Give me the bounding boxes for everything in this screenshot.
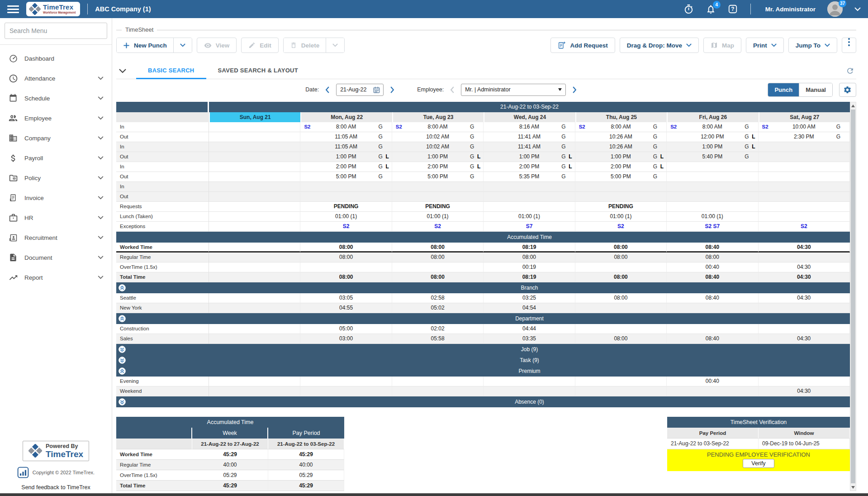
collapse-icon[interactable] — [119, 315, 126, 322]
timesheet-cell[interactable] — [209, 182, 300, 192]
timesheet-cell[interactable] — [209, 253, 300, 262]
timesheet-cell[interactable] — [209, 152, 300, 162]
timesheet-cell[interactable]: 08:00 — [392, 272, 484, 282]
timesheet-cell[interactable] — [759, 253, 850, 262]
notifications-button[interactable]: 4 — [706, 4, 716, 14]
timesheet-cell[interactable]: 08:19 — [484, 272, 575, 282]
timesheet-cell[interactable] — [575, 386, 667, 396]
timesheet-cell[interactable]: 5:00 PMG — [392, 172, 484, 182]
prev-date-button[interactable] — [323, 86, 332, 94]
timesheet-cell[interactable] — [209, 272, 300, 282]
exception-link[interactable]: S7 — [484, 222, 574, 231]
timesheet-cell[interactable] — [575, 192, 667, 202]
timesheet-cell[interactable] — [575, 303, 667, 313]
timesheet-cell[interactable]: S2 — [392, 222, 484, 232]
sidebar-item-recruitment[interactable]: Recruitment — [0, 228, 112, 248]
timesheet-cell[interactable]: 08:40 — [667, 334, 758, 344]
timesheet-cell[interactable]: 1:00 PMGL — [575, 152, 667, 162]
timesheet-cell[interactable] — [209, 293, 300, 303]
sidebar-item-company[interactable]: Company — [0, 128, 112, 148]
timesheet-cell[interactable] — [209, 377, 300, 386]
drag-drop-mode-button[interactable]: Drag & Drop: Move — [620, 38, 699, 53]
sidebar-item-report[interactable]: Report — [0, 267, 112, 287]
timesheet-cell[interactable] — [667, 162, 758, 172]
timesheet-cell[interactable]: S2 — [300, 222, 392, 232]
timesheet-cell[interactable] — [575, 324, 667, 334]
timesheet-cell[interactable]: 08:40 — [667, 293, 758, 303]
timesheet-cell[interactable] — [209, 142, 300, 152]
timesheet-cell[interactable] — [484, 386, 575, 396]
print-button[interactable]: Print — [746, 38, 784, 53]
timesheet-cell[interactable]: 05:02 — [392, 303, 484, 313]
timesheet-cell[interactable]: 04:30 — [759, 262, 850, 272]
timesheet-cell[interactable]: 08:00 — [575, 293, 667, 303]
next-employee-button[interactable] — [570, 86, 579, 94]
day-header[interactable]: Tue, Aug 23 — [392, 112, 484, 122]
exception-link[interactable]: S2 S7 — [667, 222, 758, 231]
exception-link[interactable]: S2 — [762, 122, 768, 132]
timesheet-cell[interactable] — [392, 182, 484, 192]
timesheet-cell[interactable]: 04:44 — [484, 324, 575, 334]
tab-saved-search-layout[interactable]: SAVED SEARCH & LAYOUT — [206, 63, 310, 79]
timesheet-cell[interactable]: 01:00 (1) — [667, 212, 758, 222]
timesheet-cell[interactable] — [209, 192, 300, 202]
timesheet-cell[interactable]: 02:02 — [392, 324, 484, 334]
timesheet-cell[interactable]: S2 S7 — [667, 222, 758, 232]
timesheet-cell[interactable]: 08:40 — [667, 272, 758, 282]
timesheet-cell[interactable] — [759, 172, 850, 182]
timesheet-cell[interactable]: 08:19 — [484, 243, 575, 253]
expand-icon[interactable] — [119, 346, 126, 353]
timesheet-cell[interactable]: PENDING — [392, 202, 484, 212]
timesheet-cell[interactable]: S28:00 AMG — [575, 122, 667, 132]
timesheet-cell[interactable]: 08:00 — [575, 334, 667, 344]
timesheet-cell[interactable]: 08:00 — [300, 272, 392, 282]
scrollbar-thumb[interactable] — [851, 110, 855, 483]
sidebar-item-document[interactable]: Document — [0, 248, 112, 267]
timesheet-cell[interactable]: 00:40 — [667, 262, 758, 272]
timesheet-cell[interactable]: S2 — [575, 222, 667, 232]
timesheet-cell[interactable] — [300, 262, 392, 272]
timesheet-cell[interactable] — [300, 182, 392, 192]
timesheet-cell[interactable] — [300, 386, 392, 396]
timesheet-cell[interactable]: 11:41 AMG — [484, 132, 575, 142]
sidebar-item-dashboard[interactable]: Dashboard — [0, 48, 112, 68]
timesheet-cell[interactable] — [209, 202, 300, 212]
day-header[interactable]: Fri, Aug 26 — [667, 112, 758, 122]
timesheet-cell[interactable] — [759, 152, 850, 162]
timesheet-cell[interactable] — [759, 182, 850, 192]
scroll-up-icon[interactable] — [850, 102, 856, 109]
day-header[interactable]: Wed, Aug 24 — [484, 112, 575, 122]
timetrex-logo[interactable]: TimeTrex Workforce Management — [26, 2, 80, 16]
timesheet-cell[interactable] — [575, 377, 667, 386]
timesheet-cell[interactable]: S28:00 AMG — [392, 122, 484, 132]
timesheet-cell[interactable]: 1:00 PMGL — [392, 152, 484, 162]
timesheet-cell[interactable]: 5:00 PMG — [575, 172, 667, 182]
timesheet-cell[interactable]: PENDING — [300, 202, 392, 212]
view-button[interactable]: View — [197, 38, 237, 53]
date-input[interactable] — [340, 86, 370, 93]
refresh-icon[interactable] — [846, 67, 854, 75]
timesheet-cell[interactable]: 04:30 — [759, 334, 850, 344]
timesheet-cell[interactable]: 2:00 PMGL — [484, 162, 575, 172]
exception-link[interactable]: S2 — [670, 122, 677, 132]
timesheet-cell[interactable] — [484, 192, 575, 202]
timesheet-cell[interactable]: 08:00 — [575, 272, 667, 282]
day-header[interactable]: Sat, Aug 27 — [759, 112, 850, 122]
timesheet-cell[interactable] — [667, 182, 758, 192]
timesheet-cell[interactable] — [759, 142, 850, 152]
timesheet-cell[interactable]: 10:02 AMG — [392, 132, 484, 142]
timesheet-cell[interactable]: S28:00 AMG — [667, 122, 758, 132]
tab-basic-search[interactable]: BASIC SEARCH — [136, 63, 206, 79]
timesheet-cell[interactable]: 01:00 (1) — [484, 212, 575, 222]
timeclock-button[interactable] — [683, 4, 694, 14]
timesheet-cell[interactable] — [759, 324, 850, 334]
exception-link[interactable]: S2 — [579, 122, 585, 132]
exception-link[interactable]: S2 — [575, 222, 666, 231]
collapse-icon[interactable] — [119, 284, 126, 291]
hamburger-menu-icon[interactable] — [7, 4, 19, 15]
timesheet-cell[interactable] — [667, 324, 758, 334]
day-header[interactable]: Sun, Aug 21 — [209, 112, 300, 122]
sidebar-item-schedule[interactable]: Schedule — [0, 88, 112, 108]
add-request-button[interactable]: Add Request — [550, 38, 615, 53]
verify-button[interactable]: Verify — [743, 459, 774, 468]
